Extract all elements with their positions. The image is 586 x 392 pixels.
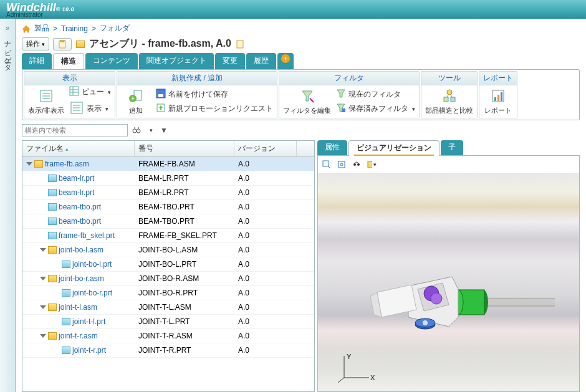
tree-item-name[interactable]: joint-bo-l.asm [59,246,103,254]
tree-item-name[interactable]: joint-bo-r.asm [59,274,104,283]
search-options-icon[interactable] [145,125,155,135]
ribbon-group-body: 表示/非表示ビュー表示 [24,85,115,118]
tree-item-version: A.0 [234,303,297,312]
expand-icon[interactable] [40,277,46,280]
col-header-name[interactable]: ファイル名 [22,141,135,156]
tab-2[interactable]: コンテンツ [85,53,138,69]
actions-button-label: 操作 [26,39,40,49]
tree-item-name[interactable]: joint-t-l.prt [72,317,105,326]
filter-clear-icon[interactable]: ▼ [159,125,169,135]
report-icon [491,88,506,105]
svg-rect-41 [323,161,329,166]
tree-row[interactable]: joint-t-l.asmJOINT-T-L.ASMA.0 [22,300,314,315]
ribbon-link[interactable]: 表示 [69,100,111,117]
svg-point-60 [423,320,428,325]
tree-item-name[interactable]: frame-fb.asm [45,160,89,168]
tree-item-number: JOINT-T-L.PRT [135,317,234,326]
viz-canvas[interactable]: Y X [318,174,579,391]
breadcrumb-link[interactable]: フォルダ [100,23,130,34]
viz-tab[interactable]: 子 [441,140,463,156]
ribbon-link[interactable]: ビュー [69,86,111,98]
ribbon-link[interactable]: 現在のフィルタ [336,88,415,100]
ribbon-group: ツール部品構造と比較 [421,71,478,118]
tab-5[interactable]: 履歴 [246,53,276,69]
render-mode-icon[interactable] [367,160,377,170]
tree-item-name[interactable]: joint-t-r.prt [72,346,106,355]
tree-item-number: BEAM-TBO.PRT [135,203,234,211]
tree-item-name[interactable]: beam-lr.prt [59,174,94,183]
tree-item-name[interactable]: frame-fb_skel.prt [59,231,115,240]
breadcrumb-link[interactable]: Training [61,24,88,33]
structure-search-input[interactable] [22,124,128,136]
page-title-bar: 操作▾ アセンブリ - frame-fb.asm, A.0 [16,37,586,53]
ribbon-button[interactable]: +追加 [121,88,151,115]
col-header-number[interactable]: 番号 [135,141,234,156]
viz-tab[interactable]: 属性 [317,140,347,156]
tab-4[interactable]: 変更 [215,53,245,69]
tree-item-number: BEAM-LR.PRT [135,188,234,197]
col-header-version[interactable]: バージョン [234,141,297,156]
tree-row[interactable]: joint-bo-r.asmJOINT-BO-R.ASMA.0 [22,272,314,286]
zoom-fit-icon[interactable] [337,160,347,170]
saveas-icon [156,88,166,100]
tab-3[interactable]: 関連オブジェクト [139,53,214,69]
tree-item-name[interactable]: joint-t-r.asm [59,332,98,340]
expand-icon[interactable] [26,162,32,166]
ribbon-link[interactable]: 保存済みフィルタ [336,103,415,115]
ribbon-group-title: レポート [479,72,517,85]
tree-row[interactable]: beam-tbo.prtBEAM-TBO.PRTA.0 [22,200,314,214]
tree-row[interactable]: joint-t-l.prtJOINT-T-L.PRTA.0 [22,315,314,329]
tree-item-name[interactable]: joint-bo-r.prt [72,289,112,297]
expand-icon[interactable] [40,248,46,252]
tree-row[interactable]: beam-tbo.prtBEAM-TBO.PRTA.0 [22,214,314,229]
viz-toolbar [318,156,579,174]
actions-button[interactable]: 操作▾ [22,37,49,50]
tree-row[interactable]: frame-fb.asmFRAME-FB.ASMA.0 [22,157,314,171]
compare-icon [442,88,457,105]
zoom-window-icon[interactable] [322,160,332,170]
ribbon-button[interactable]: レポート [483,88,513,115]
tree-item-name[interactable]: joint-bo-l.prt [72,260,112,269]
ribbon-group: 表示表示/非表示ビュー表示 [24,71,115,118]
svg-rect-27 [342,108,345,112]
tree-item-name[interactable]: joint-t-l.asm [59,303,97,312]
part-icon [48,174,57,182]
svg-rect-8 [70,87,79,95]
ribbon-link[interactable]: 名前を付けて保存 [156,88,273,100]
breadcrumb-link[interactable]: 製品 [34,23,49,34]
tree-item-version: A.0 [234,231,297,240]
viz-tab[interactable]: ビジュアリゼーション [348,140,439,156]
home-icon[interactable] [22,24,31,33]
binoculars-icon[interactable] [132,125,142,135]
tree-row[interactable]: joint-t-r.prtJOINT-T-R.PRTA.0 [22,343,314,358]
ribbon-button[interactable]: 部品構造と比較 [425,88,473,115]
expand-icon[interactable] [40,334,46,338]
expand-icon[interactable] [40,305,46,309]
tree-row[interactable]: joint-t-r.asmJOINT-T-R.ASMA.0 [22,329,314,343]
navigator-sidebar[interactable]: » ナビゲータ [0,19,16,392]
tree-item-name[interactable]: beam-tbo.prt [59,203,101,211]
tree-item-name[interactable]: beam-tbo.prt [59,217,101,226]
ribbon-button[interactable]: フィルタを編集 [283,88,331,115]
tree-row[interactable]: frame-fb_skel.prtFRAME-FB_SKEL.PRTA.0 [22,229,314,243]
svg-rect-36 [501,92,502,101]
clipboard-button[interactable] [53,38,72,50]
tree-header: ファイル名 番号 バージョン [22,141,314,157]
tree-row[interactable]: joint-bo-l.prtJOINT-BO-L.PRTA.0 [22,257,314,272]
tree-row[interactable]: beam-lr.prtBEAM-LR.PRTA.0 [22,171,314,186]
tab-0[interactable]: 詳細 [22,53,52,69]
expand-navigator-icon[interactable]: » [0,24,15,32]
svg-marker-0 [22,26,30,32]
tree-item-name[interactable]: beam-lr.prt [59,188,94,197]
ribbon-link-label: 新規プロモーションリクエスト [168,103,273,114]
tree-row[interactable]: joint-bo-r.prtJOINT-BO-R.PRTA.0 [22,286,314,300]
ribbon-button[interactable]: 表示/非表示 [28,88,64,115]
tree-row[interactable]: beam-lr.prtBEAM-LR.PRTA.0 [22,186,314,200]
form-icon [39,88,54,105]
tree-item-version: A.0 [234,274,297,283]
spin-icon[interactable] [352,160,362,170]
tab-add[interactable]: + [277,53,294,69]
tab-1[interactable]: 構造 [53,53,84,69]
ribbon-link[interactable]: 新規プロモーションリクエスト [156,103,273,115]
tree-row[interactable]: joint-bo-l.asmJOINT-BO-L.ASMA.0 [22,243,314,257]
